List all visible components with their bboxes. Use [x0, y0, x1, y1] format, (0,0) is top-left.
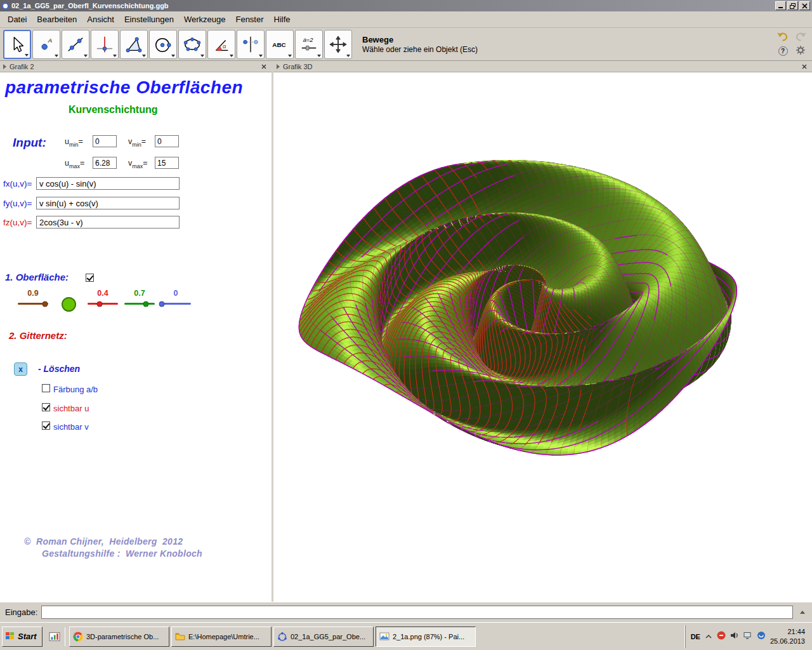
surface-color-button[interactable]: [62, 297, 76, 312]
page-subtitle: Kurvenschichtung: [69, 104, 157, 116]
tool-dropdown-arrow[interactable]: [346, 55, 350, 57]
tool-dropdown-arrow[interactable]: [288, 55, 292, 57]
menu-bearbeiten[interactable]: Bearbeiten: [32, 12, 82, 27]
faerbung-label[interactable]: Färbung a/b: [53, 385, 98, 394]
tray-expand-chevron-icon[interactable]: [705, 631, 712, 642]
restore-button[interactable]: [787, 1, 798, 10]
tool-dropdown-arrow[interactable]: [259, 55, 263, 57]
slider-c[interactable]: 0.7: [124, 289, 155, 310]
tool-dropdown-arrow[interactable]: [142, 55, 146, 57]
tool-circle[interactable]: [149, 30, 177, 59]
graphics3d-view[interactable]: [273, 72, 812, 602]
slider-a[interactable]: 0.9: [18, 289, 48, 310]
tray-app-icon[interactable]: [757, 631, 766, 642]
slider-track[interactable]: [160, 303, 191, 305]
tray-volume-icon[interactable]: [730, 631, 739, 642]
umax-input[interactable]: [93, 157, 117, 169]
delete-grid-button[interactable]: x: [14, 362, 27, 376]
keyboard-layout-indicator[interactable]: DE: [691, 633, 700, 640]
vmin-input[interactable]: [155, 135, 179, 147]
tool-dropdown-arrow[interactable]: [200, 55, 204, 57]
slider-handle[interactable]: [159, 301, 164, 307]
tool-angle[interactable]: α: [207, 30, 235, 59]
help-button[interactable]: ?: [778, 46, 788, 56]
folder-icon: [175, 632, 185, 642]
fy-input[interactable]: [36, 197, 180, 209]
quicklaunch-chart-icon[interactable]: [46, 628, 63, 646]
tool-dropdown-arrow[interactable]: [230, 55, 233, 57]
tool-hint-subtitle: Wähle oder ziehe ein Objekt (Esc): [362, 45, 478, 54]
tool-dropdown-arrow[interactable]: [171, 55, 175, 57]
close-button[interactable]: [799, 1, 810, 10]
tool-slider[interactable]: a=2: [295, 30, 323, 59]
tool-dropdown-arrow[interactable]: [25, 54, 29, 56]
slider-b[interactable]: 0.4: [88, 289, 118, 310]
vmax-input[interactable]: [155, 157, 179, 169]
tool-move-view[interactable]: [324, 30, 352, 59]
tool-point[interactable]: A: [32, 30, 60, 59]
tool-polygon[interactable]: [120, 30, 148, 59]
tool-hint-title: Bewege: [362, 35, 478, 44]
svg-text:ABC: ABC: [272, 41, 285, 48]
menu-hilfe[interactable]: Hilfe: [269, 12, 296, 27]
tool-line[interactable]: [62, 30, 89, 59]
umin-input[interactable]: [93, 135, 117, 147]
tool-dropdown-arrow[interactable]: [113, 55, 117, 57]
menu-einstellungen[interactable]: Einstellungen: [119, 12, 179, 27]
graphics3d-close-button[interactable]: [800, 62, 809, 70]
sichtbar-v-label[interactable]: sichtbar v: [53, 422, 89, 432]
taskbar-separator: [65, 627, 65, 646]
tray-security-icon[interactable]: [717, 631, 726, 642]
tray-network-icon[interactable]: [743, 631, 752, 642]
start-label: Start: [18, 632, 37, 641]
options-button[interactable]: [796, 45, 806, 58]
tool-dropdown-arrow[interactable]: [55, 55, 58, 57]
menu-datei[interactable]: Datei: [3, 12, 32, 27]
taskbar-button-geogebra[interactable]: 02_1a_GG5_par_Obe...: [273, 627, 374, 647]
sichtbar-v-checkbox[interactable]: [42, 421, 50, 430]
delete-grid-label[interactable]: - Löschen: [38, 364, 80, 374]
taskbar-button-paint[interactable]: 2_1a.png (87%) - Pai...: [376, 627, 476, 647]
graphics2-close-button[interactable]: [259, 62, 268, 70]
windows-logo-icon: [6, 632, 15, 640]
sichtbar-u-checkbox[interactable]: [42, 403, 50, 411]
clock-time: 21:44: [770, 627, 805, 636]
clock[interactable]: 21:44 25.06.2013: [770, 627, 805, 646]
slider-d[interactable]: 0: [160, 289, 191, 310]
fx-input[interactable]: [36, 177, 180, 190]
fz-input[interactable]: [36, 216, 180, 229]
tool-perpendicular[interactable]: [91, 30, 119, 59]
panel-menu-triangle-icon[interactable]: [3, 64, 6, 69]
polygon-icon: [124, 35, 143, 54]
tool-conic[interactable]: [178, 30, 206, 59]
slider-track[interactable]: [88, 303, 118, 305]
panel-menu-triangle-icon[interactable]: [277, 64, 280, 69]
menu-werkzeuge[interactable]: Werkzeuge: [179, 12, 231, 27]
input-help-toggle[interactable]: [798, 607, 807, 616]
slider-handle[interactable]: [97, 301, 103, 307]
tool-move[interactable]: [3, 30, 31, 59]
start-button[interactable]: Start: [2, 627, 43, 647]
faerbung-checkbox[interactable]: [42, 384, 50, 392]
algebra-input[interactable]: [41, 606, 793, 619]
slider-track[interactable]: [124, 303, 155, 305]
undo-button[interactable]: [776, 31, 789, 44]
tool-text[interactable]: ABC: [266, 30, 294, 59]
redo-button[interactable]: [794, 31, 807, 44]
grid-section-label: 2. Gitternetz:: [9, 330, 67, 341]
tool-reflect[interactable]: [237, 30, 265, 59]
vmax-label: vmax=: [128, 159, 148, 169]
surface-visible-checkbox[interactable]: [86, 274, 94, 282]
circle-center-point-icon: [154, 35, 173, 54]
menu-ansicht[interactable]: Ansicht: [82, 12, 119, 27]
taskbar-button-browser[interactable]: 3D-parametrische Ob...: [69, 627, 169, 647]
taskbar-button-explorer[interactable]: E:\Homepage\Umtrie...: [171, 627, 272, 647]
slider-c-value: 0.7: [134, 289, 145, 298]
tool-dropdown-arrow[interactable]: [317, 55, 321, 57]
tool-dropdown-arrow[interactable]: [84, 55, 88, 57]
sichtbar-u-label[interactable]: sichtbar u: [53, 404, 89, 413]
slider-handle[interactable]: [143, 301, 148, 307]
slider-handle[interactable]: [43, 301, 48, 307]
minimize-button[interactable]: [775, 1, 786, 10]
menu-fenster[interactable]: Fenster: [230, 12, 268, 27]
